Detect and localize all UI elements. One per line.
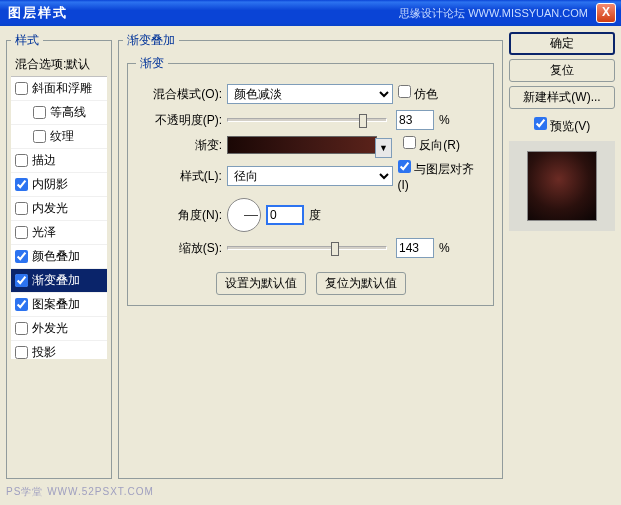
style-checkbox[interactable]	[33, 130, 46, 143]
watermark: PS学堂 WWW.52PSXT.COM	[6, 485, 154, 499]
set-default-button[interactable]: 设置为默认值	[216, 272, 306, 295]
preview-checkbox[interactable]	[534, 117, 547, 130]
reverse-option[interactable]: 反向(R)	[403, 136, 460, 154]
preview-container	[509, 141, 615, 231]
opacity-label: 不透明度(P):	[136, 112, 222, 129]
align-checkbox[interactable]	[398, 160, 411, 173]
style-label: 内阴影	[32, 176, 68, 193]
scale-slider[interactable]	[227, 246, 387, 250]
style-label: 内发光	[32, 200, 68, 217]
blend-options-header[interactable]: 混合选项:默认	[11, 53, 107, 77]
style-checkbox[interactable]	[15, 226, 28, 239]
style-checkbox[interactable]	[15, 82, 28, 95]
style-checkbox[interactable]	[33, 106, 46, 119]
style-select[interactable]: 径向	[227, 166, 393, 186]
gradient-legend: 渐变叠加	[123, 32, 179, 49]
preview-thumbnail	[527, 151, 597, 221]
gradient-label: 渐变:	[136, 137, 222, 154]
style-item-9[interactable]: 图案叠加	[11, 293, 107, 317]
style-item-11[interactable]: 投影	[11, 341, 107, 359]
scale-label: 缩放(S):	[136, 240, 222, 257]
style-checkbox[interactable]	[15, 274, 28, 287]
style-label: 纹理	[50, 128, 74, 145]
style-label: 颜色叠加	[32, 248, 80, 265]
dither-option[interactable]: 仿色	[398, 85, 438, 103]
style-item-8[interactable]: 渐变叠加	[11, 269, 107, 293]
reverse-checkbox[interactable]	[403, 136, 416, 149]
style-label: 样式(L):	[136, 168, 222, 185]
new-style-button[interactable]: 新建样式(W)...	[509, 86, 615, 109]
close-icon[interactable]: X	[596, 3, 616, 23]
gradient-inner: 渐变 混合模式(O): 颜色减淡 仿色 不透明度(P): % 渐变:	[127, 55, 494, 306]
style-item-6[interactable]: 光泽	[11, 221, 107, 245]
style-item-7[interactable]: 颜色叠加	[11, 245, 107, 269]
reset-default-button[interactable]: 复位为默认值	[316, 272, 406, 295]
style-label: 斜面和浮雕	[32, 80, 92, 97]
gradient-overlay-panel: 渐变叠加 渐变 混合模式(O): 颜色减淡 仿色 不透明度(P): %	[118, 32, 503, 479]
style-item-1[interactable]: 等高线	[11, 101, 107, 125]
style-label: 等高线	[50, 104, 86, 121]
align-option[interactable]: 与图层对齐(I)	[398, 160, 486, 192]
angle-input[interactable]	[266, 205, 304, 225]
style-item-2[interactable]: 纹理	[11, 125, 107, 149]
scale-input[interactable]	[396, 238, 434, 258]
preview-option[interactable]: 预览(V)	[509, 117, 615, 135]
ok-button[interactable]: 确定	[509, 32, 615, 55]
style-label: 外发光	[32, 320, 68, 337]
style-item-3[interactable]: 描边	[11, 149, 107, 173]
gradient-inner-legend: 渐变	[136, 55, 168, 72]
style-label: 描边	[32, 152, 56, 169]
style-checkbox[interactable]	[15, 322, 28, 335]
opacity-input[interactable]	[396, 110, 434, 130]
style-label: 渐变叠加	[32, 272, 80, 289]
style-checkbox[interactable]	[15, 250, 28, 263]
style-checkbox[interactable]	[15, 346, 28, 359]
style-label: 光泽	[32, 224, 56, 241]
style-label: 投影	[32, 344, 56, 359]
window-title: 图层样式	[8, 4, 68, 22]
style-item-4[interactable]: 内阴影	[11, 173, 107, 197]
blend-label: 混合模式(O):	[136, 86, 222, 103]
angle-label: 角度(N):	[136, 207, 222, 224]
style-item-10[interactable]: 外发光	[11, 317, 107, 341]
dither-checkbox[interactable]	[398, 85, 411, 98]
opacity-slider[interactable]	[227, 118, 387, 122]
cancel-button[interactable]: 复位	[509, 59, 615, 82]
style-checkbox[interactable]	[15, 202, 28, 215]
style-item-5[interactable]: 内发光	[11, 197, 107, 221]
style-label: 图案叠加	[32, 296, 80, 313]
style-checkbox[interactable]	[15, 298, 28, 311]
style-item-0[interactable]: 斜面和浮雕	[11, 77, 107, 101]
angle-dial[interactable]	[227, 198, 261, 232]
styles-panel: 样式 混合选项:默认斜面和浮雕等高线纹理描边内阴影内发光光泽颜色叠加渐变叠加图案…	[6, 32, 112, 479]
credit-text: 思缘设计论坛 WWW.MISSYUAN.COM	[399, 6, 588, 21]
blend-select[interactable]: 颜色减淡	[227, 84, 393, 104]
style-checkbox[interactable]	[15, 154, 28, 167]
style-checkbox[interactable]	[15, 178, 28, 191]
gradient-swatch[interactable]	[227, 136, 377, 154]
styles-legend: 样式	[11, 32, 43, 49]
